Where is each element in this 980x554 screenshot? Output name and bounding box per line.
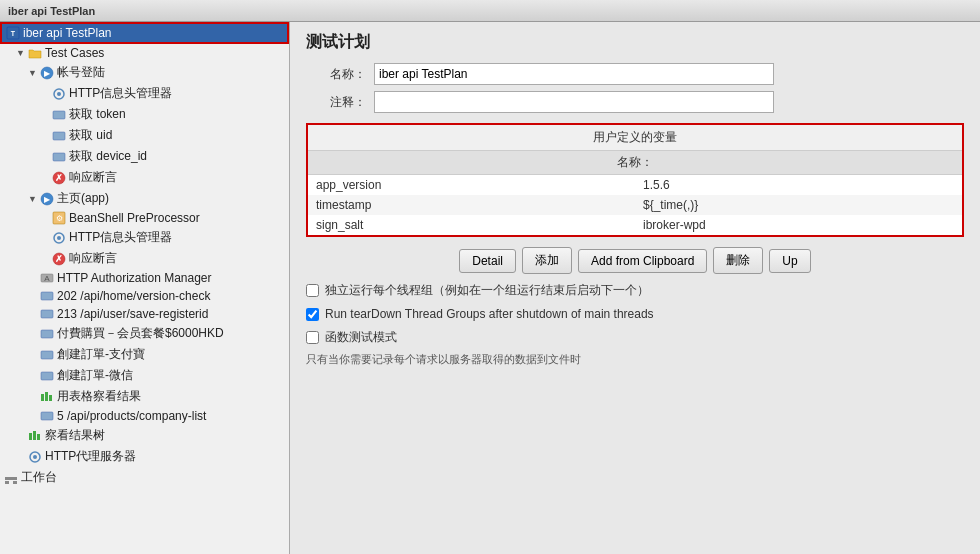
- svg-text:▶: ▶: [44, 69, 51, 78]
- comment-label: 注释：: [306, 94, 366, 111]
- right-panel: 测试计划 名称： 注释： 用户定义的变量 名称： app_version1.5.…: [290, 22, 980, 554]
- svg-text:A: A: [44, 274, 50, 283]
- node-label-pay-pkg: 付費購買－会员套餐$6000HKD: [57, 325, 224, 342]
- node-label-assert2: 响应断言: [69, 250, 117, 267]
- svg-rect-26: [41, 394, 44, 401]
- expand-arrow-main-group[interactable]: ▼: [28, 194, 38, 204]
- svg-text:✗: ✗: [55, 254, 63, 264]
- up-button[interactable]: Up: [769, 249, 810, 273]
- run-teardown-row: Run tearDown Thread Groups after shutdow…: [306, 307, 964, 321]
- var-name: sign_salt: [308, 215, 635, 235]
- svg-rect-27: [45, 392, 48, 401]
- variables-title: 用户定义的变量: [308, 125, 962, 151]
- node-label-http-mgr1: HTTP信息头管理器: [69, 85, 172, 102]
- tree-node-http-mgr2[interactable]: HTTP信息头管理器: [0, 227, 289, 248]
- icon-thread-group: ▶: [40, 66, 54, 80]
- var-name: timestamp: [308, 195, 635, 215]
- svg-point-16: [57, 236, 61, 240]
- icon-sampler: [40, 307, 54, 321]
- icon-config: [52, 87, 66, 101]
- bottom-text: 只有当你需要记录每个请求以服务器取得的数据到文件时: [306, 352, 964, 367]
- node-label-order-wechat: 創建訂單-微信: [57, 367, 133, 384]
- tree-node-results-tree[interactable]: 察看结果树: [0, 425, 289, 446]
- node-label-login-group: 帐号登陆: [57, 64, 105, 81]
- func-test-label: 函数测试模式: [325, 329, 397, 346]
- tree-node-api-213[interactable]: 213 /api/user/save-registerid: [0, 305, 289, 323]
- tree-node-main-group[interactable]: ▼▶主页(app): [0, 188, 289, 209]
- main-area: Tiber api TestPlan▼Test Cases▼▶帐号登陆HTTP信…: [0, 22, 980, 554]
- svg-rect-24: [41, 351, 53, 359]
- node-label-get-token: 获取 token: [69, 106, 126, 123]
- add-from-clipboard-button[interactable]: Add from Clipboard: [578, 249, 707, 273]
- tree-node-pay-pkg[interactable]: 付費購買－会员套餐$6000HKD: [0, 323, 289, 344]
- icon-sampler: [52, 108, 66, 122]
- delete-button[interactable]: 删除: [713, 247, 763, 274]
- tree-node-assert1[interactable]: ✗响应断言: [0, 167, 289, 188]
- node-label-api-202: 202 /api/home/version-check: [57, 289, 210, 303]
- node-label-api-5: 5 /api/products/company-list: [57, 409, 206, 423]
- tree-node-login-group[interactable]: ▼▶帐号登陆: [0, 62, 289, 83]
- tree-node-api-202[interactable]: 202 /api/home/version-check: [0, 287, 289, 305]
- svg-rect-30: [29, 433, 32, 440]
- svg-text:T: T: [11, 30, 16, 37]
- svg-rect-36: [5, 481, 9, 484]
- icon-testplan: T: [6, 26, 20, 40]
- svg-text:▶: ▶: [44, 195, 51, 204]
- tree-node-get-token[interactable]: 获取 token: [0, 104, 289, 125]
- run-independent-checkbox[interactable]: [306, 284, 319, 297]
- detail-button[interactable]: Detail: [459, 249, 516, 273]
- svg-rect-28: [49, 395, 52, 401]
- icon-sampler: [40, 409, 54, 423]
- run-teardown-checkbox[interactable]: [306, 308, 319, 321]
- comment-input[interactable]: [374, 91, 774, 113]
- run-independent-label: 独立运行每个线程组（例如在一个组运行结束后启动下一个）: [325, 282, 649, 299]
- node-label-results-tree: 察看结果树: [45, 427, 105, 444]
- tree-node-get-uid[interactable]: 获取 uid: [0, 125, 289, 146]
- svg-rect-8: [53, 153, 65, 161]
- icon-auth: A: [40, 271, 54, 285]
- expand-arrow-testcases[interactable]: ▼: [16, 48, 26, 58]
- var-name: app_version: [308, 175, 635, 195]
- tree-node-http-mgr1[interactable]: HTTP信息头管理器: [0, 83, 289, 104]
- svg-rect-25: [41, 372, 53, 380]
- icon-config: [28, 450, 42, 464]
- expand-arrow-login-group[interactable]: ▼: [28, 68, 38, 78]
- func-test-row: 函数测试模式: [306, 329, 964, 346]
- title-bar-text: iber api TestPlan: [8, 5, 95, 17]
- icon-assertion: ✗: [52, 171, 66, 185]
- node-label-api-213: 213 /api/user/save-registerid: [57, 307, 208, 321]
- icon-folder: [28, 46, 42, 60]
- name-input[interactable]: [374, 63, 774, 85]
- node-label-get-uid: 获取 uid: [69, 127, 112, 144]
- node-label-workbench: 工作台: [21, 469, 57, 486]
- run-teardown-label: Run tearDown Thread Groups after shutdow…: [325, 307, 654, 321]
- tree-node-assert2[interactable]: ✗响应断言: [0, 248, 289, 269]
- tree-node-testplan[interactable]: Tiber api TestPlan: [0, 22, 289, 44]
- tree-node-http-proxy[interactable]: HTTP代理服务器: [0, 446, 289, 467]
- tree-node-api-5[interactable]: 5 /api/products/company-list: [0, 407, 289, 425]
- title-bar: iber api TestPlan: [0, 0, 980, 22]
- tree-node-order-wechat[interactable]: 創建訂單-微信: [0, 365, 289, 386]
- button-row: Detail 添加 Add from Clipboard 删除 Up: [306, 247, 964, 274]
- svg-rect-35: [5, 477, 17, 480]
- tree-node-beanshell[interactable]: ⚙BeanShell PreProcessor: [0, 209, 289, 227]
- tree-node-get-device[interactable]: 获取 device_id: [0, 146, 289, 167]
- icon-config: [52, 231, 66, 245]
- func-test-checkbox[interactable]: [306, 331, 319, 344]
- icon-sampler: [40, 369, 54, 383]
- tree-node-auth-mgr[interactable]: AHTTP Authorization Manager: [0, 269, 289, 287]
- tree-node-view-table[interactable]: 用表格察看结果: [0, 386, 289, 407]
- run-independent-row: 独立运行每个线程组（例如在一个组运行结束后启动下一个）: [306, 282, 964, 299]
- tree-node-order-alipay[interactable]: 創建訂單-支付寶: [0, 344, 289, 365]
- tree-node-testcases[interactable]: ▼Test Cases: [0, 44, 289, 62]
- var-value: 1.5.6: [635, 175, 962, 195]
- svg-point-34: [33, 455, 37, 459]
- svg-text:⚙: ⚙: [56, 214, 63, 223]
- tree-node-workbench[interactable]: 工作台: [0, 467, 289, 488]
- svg-rect-23: [41, 330, 53, 338]
- name-row: 名称：: [306, 63, 964, 85]
- add-button[interactable]: 添加: [522, 247, 572, 274]
- icon-thread-group: ▶: [40, 192, 54, 206]
- left-panel: Tiber api TestPlan▼Test Cases▼▶帐号登陆HTTP信…: [0, 22, 290, 554]
- var-value: ${_time(,)}: [635, 195, 962, 215]
